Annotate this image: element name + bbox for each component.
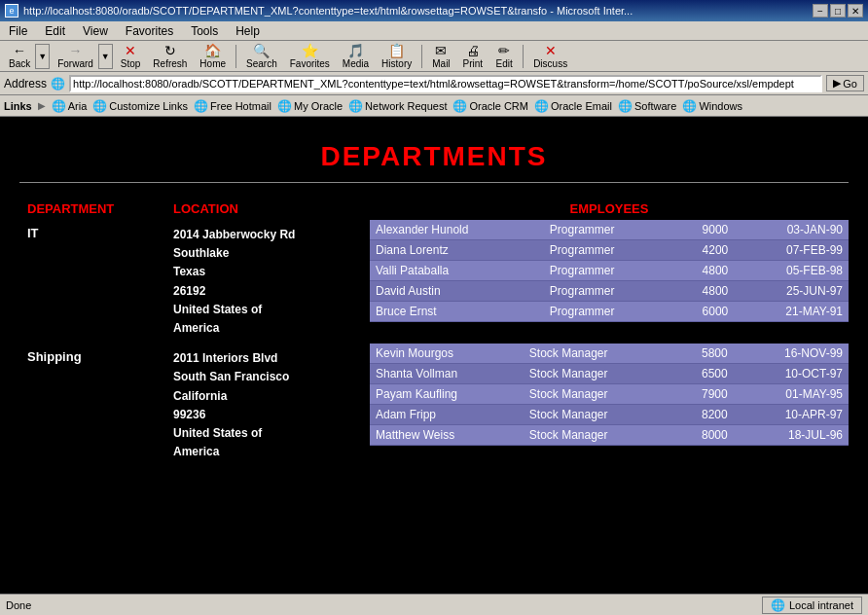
aria-icon: 🌐	[52, 99, 66, 113]
emp-date: 01-MAY-95	[734, 384, 849, 405]
title-bar-text: http://localhost:8080/oradb/SCOTT/DEPART…	[23, 5, 633, 17]
dept-row: Shipping2011 Interiors BlvdSouth San Fra…	[19, 344, 849, 467]
link-hotmail[interactable]: 🌐 Free Hotmail	[194, 99, 271, 113]
emp-date: 25-JUN-97	[734, 281, 849, 302]
edit-button[interactable]: ✏ Edit	[490, 41, 518, 71]
emp-name: Kevin Mourgos	[370, 344, 524, 364]
main-content: DEPARTMENTS DEPARTMENT LOCATION EMPLOYEE…	[0, 117, 868, 477]
menu-tools[interactable]: Tools	[187, 23, 222, 39]
address-label: Address	[4, 77, 47, 90]
search-button[interactable]: 🔍 Search	[241, 41, 282, 71]
emp-job: Stock Manager	[524, 384, 671, 405]
emp-row: Diana LorentzProgrammer420007-FEB-99	[370, 240, 849, 261]
content-area: DEPARTMENTS DEPARTMENT LOCATION EMPLOYEE…	[0, 117, 868, 594]
zone-icon: 🌐	[771, 598, 785, 612]
hotmail-icon: 🌐	[194, 99, 208, 113]
address-input[interactable]	[69, 75, 822, 92]
menu-edit[interactable]: Edit	[41, 23, 69, 39]
emp-row: Adam FrippStock Manager820010-APR-97	[370, 405, 849, 425]
col-header-location: LOCATION	[165, 198, 370, 220]
close-button[interactable]: ✕	[848, 4, 863, 18]
maximize-button[interactable]: □	[830, 4, 846, 18]
emp-table: Kevin MourgosStock Manager580016-NOV-99S…	[370, 344, 849, 446]
crm-icon: 🌐	[452, 99, 467, 113]
toolbar: ← Back ▼ → Forward ▼ ✕ Stop ↻ Refresh 🏠 …	[0, 41, 868, 72]
emp-table: Alexander HunoldProgrammer900003-JAN-90D…	[370, 220, 849, 322]
emp-salary: 4800	[671, 261, 734, 281]
discuss-button[interactable]: ✕ Discuss	[528, 41, 572, 71]
link-windows[interactable]: 🌐 Windows	[682, 99, 742, 113]
emp-job: Stock Manager	[524, 364, 671, 384]
zone-indicator: 🌐 Local intranet	[762, 597, 862, 614]
link-oracle[interactable]: 🌐 My Oracle	[277, 99, 343, 113]
menu-help[interactable]: Help	[232, 23, 264, 39]
minimize-button[interactable]: −	[813, 4, 828, 18]
stop-button[interactable]: ✕ Stop	[116, 41, 146, 71]
oracle-icon: 🌐	[277, 99, 292, 113]
emp-date: 21-MAY-91	[734, 302, 849, 322]
windows-icon: 🌐	[682, 99, 697, 113]
forward-dropdown[interactable]: ▼	[98, 44, 113, 69]
link-network-request[interactable]: 🌐 Network Request	[348, 99, 447, 113]
emp-row: Matthew WeissStock Manager800018-JUL-96	[370, 425, 849, 446]
departments-table: DEPARTMENT LOCATION EMPLOYEES IT2014 Jab…	[19, 198, 849, 467]
emp-row: Bruce ErnstProgrammer600021-MAY-91	[370, 302, 849, 322]
emp-row: Shanta VollmanStock Manager650010-OCT-97	[370, 364, 849, 384]
back-button[interactable]: ← Back	[4, 41, 35, 71]
toolbar-separator-2	[421, 45, 422, 68]
history-button[interactable]: 📋 History	[377, 41, 416, 71]
media-button[interactable]: 🎵 Media	[338, 41, 374, 71]
emp-name: Valli Pataballa	[370, 261, 544, 281]
zone-text: Local intranet	[789, 599, 853, 611]
employees-cell: Alexander HunoldProgrammer900003-JAN-90D…	[370, 220, 849, 344]
link-aria[interactable]: 🌐 Aria	[52, 99, 88, 113]
emp-name: Adam Fripp	[370, 405, 524, 425]
home-button[interactable]: 🏠 Home	[195, 41, 231, 71]
mail-button[interactable]: ✉ Mail	[427, 41, 454, 71]
network-icon: 🌐	[348, 99, 363, 113]
link-customize[interactable]: 🌐 Customize Links	[92, 99, 188, 113]
toolbar-separator-3	[523, 45, 524, 68]
emp-job: Stock Manager	[524, 425, 671, 446]
go-arrow-icon: ▶	[833, 77, 841, 90]
software-icon: 🌐	[618, 99, 633, 113]
emp-salary: 4200	[671, 240, 734, 261]
refresh-button[interactable]: ↻ Refresh	[148, 41, 192, 71]
emp-salary: 8000	[671, 425, 734, 446]
link-oracle-crm[interactable]: 🌐 Oracle CRM	[452, 99, 528, 113]
dept-row: IT2014 Jabberwocky RdSouthlakeTexas26192…	[19, 220, 849, 344]
emp-job: Stock Manager	[524, 405, 671, 425]
favorites-button[interactable]: ⭐ Favorites	[285, 41, 335, 71]
back-dropdown[interactable]: ▼	[35, 44, 50, 69]
emp-job: Programmer	[544, 281, 671, 302]
emp-salary: 8200	[671, 405, 734, 425]
emp-date: 03-JAN-90	[734, 220, 849, 240]
menu-favorites[interactable]: Favorites	[122, 23, 177, 39]
emp-row: Payam KauflingStock Manager790001-MAY-95	[370, 384, 849, 405]
title-bar: e http://localhost:8080/oradb/SCOTT/DEPA…	[0, 0, 868, 21]
emp-job: Stock Manager	[524, 344, 671, 364]
emp-salary: 5800	[671, 344, 734, 364]
emp-name: Diana Lorentz	[370, 240, 544, 261]
links-label: Links	[4, 100, 32, 112]
emp-job: Programmer	[544, 240, 671, 261]
status-bar: Done 🌐 Local intranet	[0, 594, 868, 615]
dept-name: Shipping	[19, 344, 165, 467]
go-button[interactable]: ▶ Go	[826, 75, 864, 91]
col-header-employees: EMPLOYEES	[370, 198, 849, 220]
links-bar: Links ▶ 🌐 Aria 🌐 Customize Links 🌐 Free …	[0, 95, 868, 117]
link-oracle-email[interactable]: 🌐 Oracle Email	[534, 99, 612, 113]
link-software[interactable]: 🌐 Software	[618, 99, 676, 113]
email-icon: 🌐	[534, 99, 549, 113]
emp-date: 07-FEB-99	[734, 240, 849, 261]
emp-row: David AustinProgrammer480025-JUN-97	[370, 281, 849, 302]
menu-file[interactable]: File	[5, 23, 31, 39]
emp-name: Payam Kaufling	[370, 384, 524, 405]
status-text: Done	[6, 599, 31, 611]
menu-view[interactable]: View	[79, 23, 112, 39]
customize-icon: 🌐	[92, 99, 107, 113]
print-button[interactable]: 🖨 Print	[458, 41, 488, 71]
forward-button[interactable]: → Forward	[53, 41, 98, 71]
emp-date: 18-JUL-96	[734, 425, 849, 446]
toolbar-separator-1	[235, 45, 236, 68]
